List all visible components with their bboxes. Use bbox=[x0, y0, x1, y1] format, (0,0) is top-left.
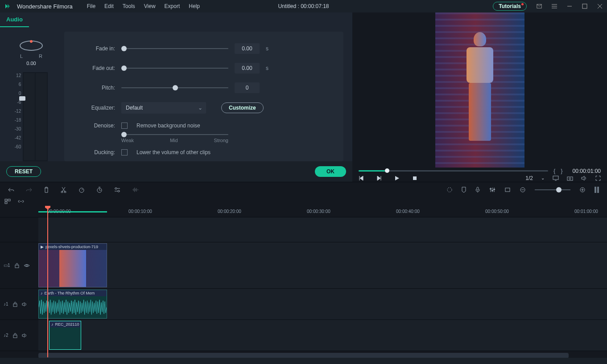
menu-file[interactable]: File bbox=[87, 3, 95, 9]
notification-dot-icon bbox=[521, 3, 524, 5]
adjust-icon[interactable] bbox=[114, 187, 120, 192]
denoise-slider[interactable] bbox=[121, 134, 228, 135]
delete-icon[interactable] bbox=[44, 187, 49, 193]
ok-button[interactable]: OK bbox=[315, 166, 346, 177]
svg-rect-8 bbox=[413, 176, 417, 180]
close-icon[interactable] bbox=[597, 4, 603, 9]
meter-scale: 1260-6-12-18-30-42-60 bbox=[15, 72, 21, 149]
audio-track-2: ♪2 ♪REC_202110 bbox=[0, 320, 607, 351]
tutorials-button[interactable]: Tutorials bbox=[493, 2, 527, 11]
track-manage-icon[interactable] bbox=[4, 199, 11, 204]
svg-point-12 bbox=[569, 178, 571, 180]
mark-out-icon[interactable]: } bbox=[561, 168, 562, 174]
menu-edit[interactable]: Edit bbox=[104, 3, 114, 9]
play-button[interactable] bbox=[394, 176, 400, 181]
display-icon[interactable] bbox=[553, 176, 559, 181]
titlebar: Wondershare Filmora File Edit Tools View… bbox=[0, 0, 607, 12]
track-visibility-icon[interactable] bbox=[24, 263, 30, 268]
crop-icon[interactable] bbox=[504, 187, 511, 192]
svg-rect-38 bbox=[8, 199, 10, 201]
app-name: Wondershare Filmora bbox=[17, 3, 73, 10]
zoom-slider[interactable] bbox=[535, 189, 570, 190]
track-lock-icon[interactable] bbox=[15, 263, 19, 268]
pan-l-label: L bbox=[20, 53, 23, 59]
audio-clip-1[interactable]: ♪Earth - The Rhythm Of Mem bbox=[38, 290, 107, 319]
volume-icon[interactable] bbox=[581, 176, 587, 181]
playhead[interactable] bbox=[47, 206, 48, 357]
speed-icon[interactable] bbox=[78, 187, 85, 193]
document-title: Untitled : 00:00:07:18 bbox=[278, 3, 329, 9]
preview-scrubber[interactable] bbox=[359, 170, 548, 172]
svg-rect-11 bbox=[567, 177, 573, 180]
list-icon[interactable] bbox=[552, 4, 557, 9]
zoom-out-icon[interactable] bbox=[520, 187, 526, 193]
svg-rect-28 bbox=[493, 189, 495, 190]
fit-icon[interactable] bbox=[595, 186, 599, 193]
redo-icon[interactable] bbox=[26, 187, 32, 192]
mixer-icon[interactable] bbox=[489, 187, 496, 192]
preview-canvas[interactable] bbox=[352, 12, 607, 168]
svg-rect-43 bbox=[13, 335, 17, 338]
fade-in-slider[interactable] bbox=[121, 48, 228, 49]
volume-fader[interactable] bbox=[19, 96, 25, 101]
audio-clip-icon: ♪ bbox=[41, 291, 43, 295]
preview-time: 00:00:01:00 bbox=[573, 168, 601, 174]
ducking-check-label: Lower the volume of other clips bbox=[136, 149, 211, 155]
horizontal-scrollbar[interactable] bbox=[38, 353, 569, 358]
zoom-ratio-select[interactable]: 1/2⌄ bbox=[525, 175, 545, 181]
audio-clip-2[interactable]: ♪REC_202110 bbox=[49, 321, 81, 350]
voiceover-icon[interactable] bbox=[475, 187, 480, 193]
video-clip[interactable]: ▶pexels-shvets-production-719 bbox=[38, 243, 107, 287]
audio-wave-icon[interactable] bbox=[132, 187, 139, 192]
render-range bbox=[38, 211, 107, 213]
reset-button[interactable]: RESET bbox=[6, 166, 41, 177]
audio-panel: Audio LR 0.00 1260-6-12-18-30-42-60 bbox=[0, 12, 352, 182]
audio-track-icon: ♪1 bbox=[4, 302, 8, 307]
pitch-value[interactable]: 0 bbox=[235, 82, 260, 93]
snapshot-icon[interactable] bbox=[567, 176, 573, 181]
track-mute-icon[interactable] bbox=[22, 333, 27, 338]
customize-button[interactable]: Customize bbox=[221, 102, 264, 113]
maximize-icon[interactable] bbox=[582, 4, 587, 9]
svg-rect-5 bbox=[582, 4, 587, 8]
zoom-in-icon[interactable] bbox=[579, 187, 586, 193]
ducking-checkbox[interactable] bbox=[121, 149, 128, 155]
fade-in-value[interactable]: 0.00 bbox=[235, 43, 260, 54]
stop-button[interactable] bbox=[412, 176, 417, 181]
fade-out-slider[interactable] bbox=[121, 68, 228, 69]
svg-rect-9 bbox=[553, 176, 558, 180]
level-meter bbox=[23, 72, 48, 161]
menu-help[interactable]: Help bbox=[189, 3, 200, 9]
fade-out-value[interactable]: 0.00 bbox=[235, 63, 260, 74]
svg-rect-22 bbox=[477, 187, 479, 190]
link-icon[interactable] bbox=[18, 199, 24, 204]
denoise-checkbox[interactable] bbox=[121, 123, 128, 129]
equalizer-select[interactable]: Default bbox=[121, 102, 206, 114]
split-icon[interactable] bbox=[61, 187, 67, 193]
track-lock-icon[interactable] bbox=[13, 333, 17, 338]
pan-dial[interactable] bbox=[20, 41, 43, 51]
audio-clip-name: Earth - The Rhythm Of Mem bbox=[45, 291, 95, 295]
minimize-icon[interactable] bbox=[567, 4, 572, 9]
menu-view[interactable]: View bbox=[144, 3, 156, 9]
pitch-label: Pitch: bbox=[77, 85, 115, 91]
timeline-ruler[interactable]: 00:00:00:00 00:00:10:00 00:00:20:00 00:0… bbox=[0, 206, 607, 217]
render-icon[interactable] bbox=[446, 187, 453, 193]
pitch-slider[interactable] bbox=[121, 87, 228, 88]
mail-icon[interactable] bbox=[537, 4, 542, 9]
duration-icon[interactable] bbox=[96, 187, 103, 193]
next-frame-button[interactable] bbox=[376, 176, 382, 181]
audio-clip-name: REC_202110 bbox=[55, 322, 79, 327]
track-lock-icon[interactable] bbox=[13, 302, 17, 307]
svg-rect-27 bbox=[491, 190, 493, 191]
prev-frame-button[interactable] bbox=[359, 176, 364, 181]
track-spacer bbox=[0, 217, 607, 242]
audio-tab[interactable]: Audio bbox=[0, 12, 29, 27]
track-mute-icon[interactable] bbox=[22, 302, 27, 307]
mark-in-icon[interactable]: { bbox=[553, 168, 555, 174]
menu-tools[interactable]: Tools bbox=[123, 3, 135, 9]
menu-export[interactable]: Export bbox=[165, 3, 180, 9]
undo-icon[interactable] bbox=[8, 187, 14, 192]
marker-icon[interactable] bbox=[462, 187, 466, 193]
fullscreen-icon[interactable] bbox=[595, 176, 601, 181]
